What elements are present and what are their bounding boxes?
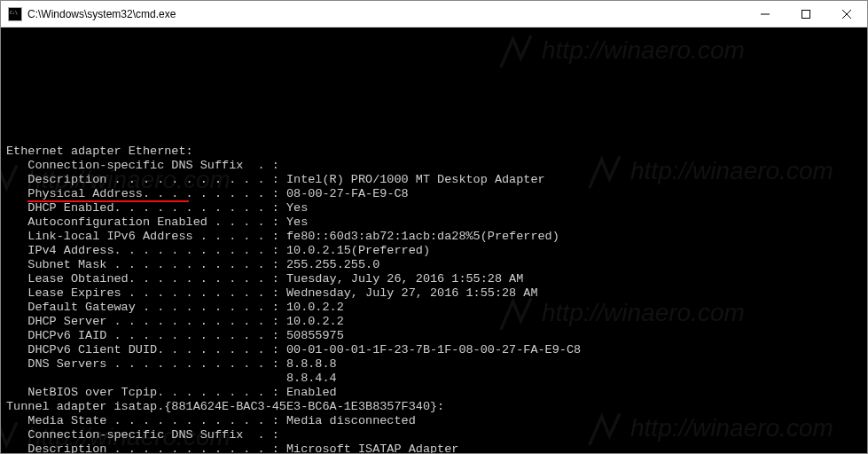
terminal-line: NetBIOS over Tcpip. . . . . . . . : Enab… — [6, 386, 862, 400]
terminal-line: Physical Address. . . . . . . . . : 08-0… — [6, 187, 862, 201]
terminal-line: IPv4 Address. . . . . . . . . . . : 10.0… — [6, 244, 862, 258]
terminal-line: Connection-specific DNS Suffix . : — [6, 428, 862, 442]
terminal-output[interactable]: http://winaero.com http://winaero.com ht… — [1, 27, 867, 453]
close-button[interactable] — [826, 1, 867, 27]
watermark: http://winaero.com — [497, 31, 745, 70]
svg-rect-1 — [802, 10, 810, 18]
terminal-line: DHCP Enabled. . . . . . . . . . . : Yes — [6, 201, 862, 215]
maximize-button[interactable] — [786, 1, 826, 27]
terminal-line: Lease Expires . . . . . . . . . . : Wedn… — [6, 286, 862, 301]
window-title: C:\Windows\system32\cmd.exe — [27, 8, 745, 20]
terminal-line: Media State . . . . . . . . . . . : Medi… — [6, 414, 862, 428]
terminal-line: Description . . . . . . . . . . . : Micr… — [6, 442, 862, 453]
app-icon — [8, 7, 22, 21]
terminal-line: 8.8.4.4 — [6, 372, 862, 386]
terminal-line: DHCPv6 Client DUID. . . . . . . . : 00-0… — [6, 343, 862, 357]
terminal-line: DHCPv6 IAID . . . . . . . . . . . : 5085… — [6, 329, 862, 343]
window-controls — [745, 1, 867, 27]
terminal-line: Ethernet adapter Ethernet: — [6, 145, 862, 159]
terminal-line: Autoconfiguration Enabled . . . . : Yes — [6, 215, 862, 230]
terminal-line: DNS Servers . . . . . . . . . . . : 8.8.… — [6, 357, 862, 372]
terminal-line: Tunnel adapter isatap.{881A624E-BAC3-45E… — [6, 400, 862, 414]
terminal-line: Lease Obtained. . . . . . . . . . : Tues… — [6, 272, 862, 286]
terminal-line: Subnet Mask . . . . . . . . . . . : 255.… — [6, 258, 862, 272]
terminal-line: Default Gateway . . . . . . . . . : 10.0… — [6, 301, 862, 315]
terminal-line: Connection-specific DNS Suffix . : — [6, 159, 862, 173]
highlight-physical-address: Physical Address. . . — [27, 187, 178, 201]
terminal-line: DHCP Server . . . . . . . . . . . : 10.0… — [6, 315, 862, 329]
terminal-line: Description . . . . . . . . . . . : Inte… — [6, 173, 862, 187]
terminal-line: Link-local IPv6 Address . . . . . : fe80… — [6, 230, 862, 244]
minimize-button[interactable] — [745, 1, 786, 27]
window-titlebar[interactable]: C:\Windows\system32\cmd.exe — [1, 1, 867, 27]
